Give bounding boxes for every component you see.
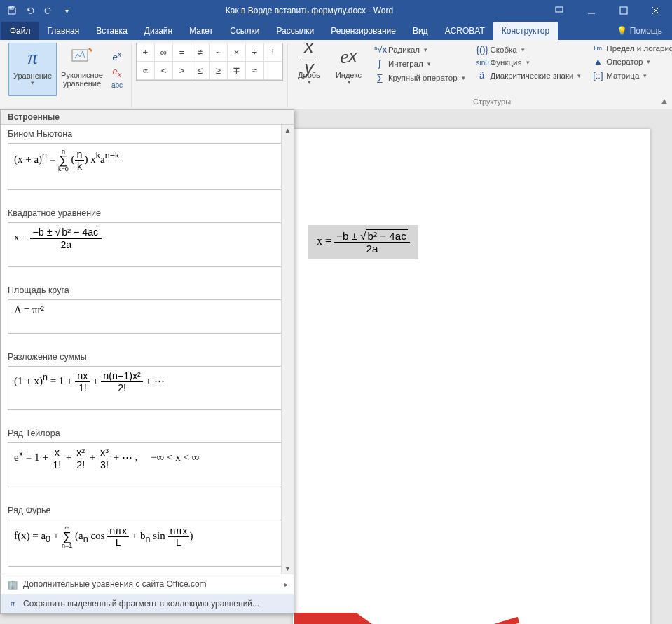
pi-icon: π: [20, 45, 46, 70]
symbol-grid[interactable]: ±∞=≠~×÷!∝<>≤≥∓≈: [136, 43, 283, 81]
redo-icon[interactable]: [39, 1, 57, 20]
operator-icon: ▲: [592, 56, 603, 67]
more-equations-button[interactable]: 🏢Дополнительные уравнения с сайта Office…: [1, 574, 294, 594]
group-structures: xyДробь exИндекс ⁿ√xРадикал ∫Интеграл ∑К…: [288, 43, 672, 107]
svg-rect-3: [620, 7, 627, 14]
gallery-category: Площадь круга: [1, 281, 294, 297]
tab-acrobat[interactable]: ACROBAT: [437, 22, 493, 40]
symbol-cell[interactable]: ≈: [246, 62, 264, 80]
function-label: Функция: [491, 58, 522, 67]
symbol-cell[interactable]: ≠: [191, 43, 210, 62]
document-page: [293, 129, 650, 624]
gallery-scrollbar[interactable]: ▲▼: [281, 125, 294, 574]
tab-view[interactable]: Вид: [404, 22, 437, 40]
matrix-button[interactable]: [::]Матрица: [589, 69, 672, 82]
symbol-cell[interactable]: ÷: [246, 43, 264, 62]
pi-small-icon: π: [6, 598, 19, 609]
professional-icon[interactable]: ex: [109, 48, 125, 64]
equation-object[interactable]: x = −b ± b² − 4ac2a: [308, 225, 418, 259]
normal-text-icon[interactable]: abc: [109, 80, 125, 90]
bracket-icon: {()}: [476, 44, 488, 55]
radical-label: Радикал: [388, 46, 420, 54]
large-operator-button[interactable]: ∑Крупный оператор: [371, 71, 468, 84]
gallery-body: Бином Ньютона(x + a)n = n∑k=0 (nk) xkan−…: [1, 125, 294, 574]
group-tools: π Уравнение ▾ Рукописное уравнение ex ex…: [4, 43, 132, 107]
diacritic-button[interactable]: äДиакритические знаки: [474, 69, 584, 82]
symbol-cell[interactable]: <: [155, 62, 173, 80]
maximize-icon[interactable]: [608, 0, 640, 21]
office-icon: 🏢: [6, 578, 19, 590]
svg-rect-1: [556, 7, 563, 12]
document-title: Как в Ворде вставить формулу.docx - Word: [76, 6, 543, 15]
bracket-button[interactable]: {()}Скобка: [474, 43, 584, 56]
diacritic-icon: ä: [476, 70, 488, 81]
matrix-label: Матрица: [606, 72, 639, 80]
limit-label: Предел и логарифм: [606, 44, 672, 53]
integral-button[interactable]: ∫Интеграл: [371, 57, 468, 70]
function-icon: sinθ: [476, 59, 488, 67]
large-op-icon: ∑: [374, 72, 385, 83]
tab-file[interactable]: Файл: [1, 22, 39, 40]
equation-button[interactable]: π Уравнение ▾: [8, 43, 57, 96]
equation-preview[interactable]: (x + a)n = n∑k=0 (nk) xkan−k: [8, 143, 287, 190]
symbol-cell[interactable]: >: [173, 62, 191, 80]
ink-equation-button[interactable]: Рукописное уравнение: [57, 43, 107, 96]
operator-button[interactable]: ▲Оператор: [589, 55, 672, 68]
symbol-cell[interactable]: ×: [228, 43, 246, 62]
symbol-cell[interactable]: ~: [210, 43, 228, 62]
symbol-cell[interactable]: ≥: [210, 62, 228, 80]
integral-label: Интеграл: [388, 60, 423, 68]
limit-button[interactable]: limПредел и логарифм: [589, 43, 672, 54]
close-icon[interactable]: [640, 0, 672, 21]
linear-icon[interactable]: ex: [109, 65, 125, 80]
scroll-down-icon[interactable]: ▼: [283, 563, 293, 574]
large-op-label: Крупный оператор: [388, 74, 458, 82]
equation-preview[interactable]: (1 + x)n = 1 + nx1! + n(n−1)x²2! + ⋯: [8, 366, 287, 411]
help-label: Помощь: [630, 26, 662, 36]
scroll-up-icon[interactable]: ▲: [283, 125, 293, 135]
equation-preview[interactable]: A = πr²: [8, 299, 287, 334]
bulb-icon: 💡: [617, 26, 627, 36]
svg-rect-0: [10, 7, 13, 9]
tab-design[interactable]: Дизайн: [136, 22, 181, 40]
gallery-category: Бином Ньютона: [1, 125, 294, 140]
gallery-category: Ряд Фурье: [1, 501, 294, 517]
tab-review[interactable]: Рецензирование: [322, 22, 404, 40]
svg-line-7: [89, 48, 92, 51]
group-symbols: ±∞=≠~×÷!∝<>≤≥∓≈: [132, 43, 288, 107]
menu-bar: Файл Главная Вставка Дизайн Макет Ссылки…: [0, 21, 672, 40]
tab-layout[interactable]: Макет: [181, 22, 221, 40]
symbol-cell[interactable]: ∝: [137, 62, 155, 80]
tab-home[interactable]: Главная: [39, 22, 88, 40]
tab-constructor[interactable]: Конструктор: [493, 22, 558, 40]
undo-icon[interactable]: [21, 1, 39, 20]
save-selection-button[interactable]: πСохранить выделенный фрагмент в коллекц…: [1, 594, 294, 613]
ink-label: Рукописное уравнение: [61, 71, 103, 88]
ink-icon: [69, 44, 95, 69]
help-button[interactable]: 💡Помощь: [607, 22, 672, 40]
symbol-cell[interactable]: ∞: [155, 43, 173, 62]
save-icon[interactable]: [3, 1, 21, 20]
gallery-category: Квадратное уравнение: [1, 204, 294, 219]
collapse-ribbon-icon[interactable]: ⯅: [661, 98, 668, 106]
ribbon-options-icon[interactable]: [543, 0, 575, 21]
radical-button[interactable]: ⁿ√xРадикал: [371, 43, 468, 56]
symbol-cell[interactable]: ∓: [228, 62, 246, 80]
symbol-cell[interactable]: ≤: [191, 62, 210, 80]
qat-more-icon[interactable]: ▾: [57, 1, 76, 20]
quick-access: ▾: [0, 1, 76, 20]
equation-gallery: Встроенные Бином Ньютона(x + a)n = n∑k=0…: [0, 109, 294, 614]
equation-preview[interactable]: f(x) = a0 + ∞∑n=1 (an cos nπxL + bn sin …: [8, 520, 287, 567]
symbol-cell[interactable]: ±: [137, 43, 155, 62]
equation-preview[interactable]: ex = 1 + x1! + x²2! + x³3! + ⋯ , −∞ < x …: [8, 442, 287, 487]
tab-references[interactable]: Ссылки: [221, 22, 268, 40]
minimize-icon[interactable]: [575, 0, 608, 21]
function-button[interactable]: sinθФункция: [474, 57, 584, 68]
symbol-cell[interactable]: =: [173, 43, 191, 62]
index-button[interactable]: exИндекс: [331, 43, 366, 96]
index-icon: ex: [336, 44, 361, 69]
symbol-cell[interactable]: !: [264, 43, 282, 62]
fraction-button[interactable]: xyДробь: [292, 43, 326, 96]
tab-insert[interactable]: Вставка: [88, 22, 136, 40]
equation-preview[interactable]: x = −b ± b² − 4ac2a: [8, 222, 287, 267]
